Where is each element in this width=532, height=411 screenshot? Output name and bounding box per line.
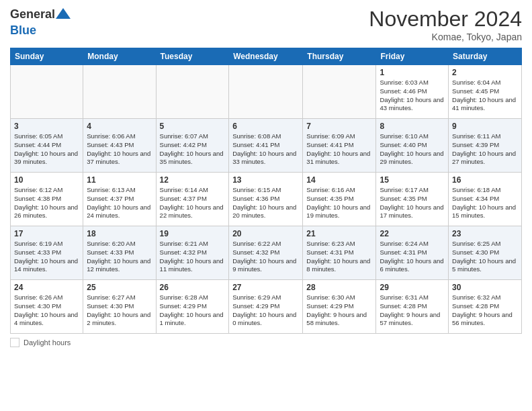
calendar-cell-1-6: 1Sunrise: 6:03 AM Sunset: 4:46 PM Daylig… xyxy=(376,65,449,119)
calendar-cell-4-4: 20Sunrise: 6:22 AM Sunset: 4:32 PM Dayli… xyxy=(229,226,303,280)
day-number: 26 xyxy=(160,283,226,292)
calendar-cell-1-4 xyxy=(229,65,303,119)
calendar-cell-5-2: 25Sunrise: 6:27 AM Sunset: 4:30 PM Dayli… xyxy=(83,280,156,334)
day-info: Sunrise: 6:05 AM Sunset: 4:44 PM Dayligh… xyxy=(14,132,79,167)
day-info: Sunrise: 6:27 AM Sunset: 4:30 PM Dayligh… xyxy=(87,293,152,328)
day-number: 7 xyxy=(306,122,372,131)
day-number: 22 xyxy=(380,229,445,238)
day-number: 18 xyxy=(87,229,152,238)
calendar-week-2: 3Sunrise: 6:05 AM Sunset: 4:44 PM Daylig… xyxy=(11,119,522,173)
logo-general-text: General xyxy=(10,7,55,21)
calendar-cell-2-2: 4Sunrise: 6:06 AM Sunset: 4:43 PM Daylig… xyxy=(83,119,156,173)
calendar-cell-1-5 xyxy=(303,65,376,119)
calendar-cell-2-5: 7Sunrise: 6:09 AM Sunset: 4:41 PM Daylig… xyxy=(303,119,376,173)
calendar-cell-5-1: 24Sunrise: 6:26 AM Sunset: 4:30 PM Dayli… xyxy=(11,280,83,334)
day-number: 29 xyxy=(380,283,445,292)
header-tuesday: Tuesday xyxy=(156,48,229,65)
day-number: 9 xyxy=(452,122,518,131)
day-info: Sunrise: 6:12 AM Sunset: 4:38 PM Dayligh… xyxy=(14,186,79,220)
header-sunday: Sunday xyxy=(11,48,83,65)
calendar-cell-4-2: 18Sunrise: 6:20 AM Sunset: 4:33 PM Dayli… xyxy=(83,226,156,280)
day-number: 23 xyxy=(452,229,518,238)
calendar-cell-2-7: 9Sunrise: 6:11 AM Sunset: 4:39 PM Daylig… xyxy=(449,119,522,173)
title-area: November 2024 Komae, Tokyo, Japan xyxy=(369,7,522,42)
logo: General Blue xyxy=(10,7,71,38)
day-number: 15 xyxy=(380,175,445,185)
calendar-cell-4-5: 21Sunrise: 6:23 AM Sunset: 4:31 PM Dayli… xyxy=(303,226,376,280)
day-number: 25 xyxy=(87,283,152,292)
header-row: Sunday Monday Tuesday Wednesday Thursday… xyxy=(11,48,522,65)
calendar-cell-1-2 xyxy=(83,65,156,119)
calendar-cell-4-6: 22Sunrise: 6:24 AM Sunset: 4:31 PM Dayli… xyxy=(376,226,449,280)
day-number: 19 xyxy=(160,229,226,238)
calendar-cell-2-4: 6Sunrise: 6:08 AM Sunset: 4:41 PM Daylig… xyxy=(229,119,303,173)
day-info: Sunrise: 6:21 AM Sunset: 4:32 PM Dayligh… xyxy=(160,240,226,274)
day-info: Sunrise: 6:29 AM Sunset: 4:29 PM Dayligh… xyxy=(232,293,299,328)
day-number: 4 xyxy=(87,122,152,131)
footer: Daylight hours xyxy=(10,338,522,347)
location-subtitle: Komae, Tokyo, Japan xyxy=(369,32,522,42)
calendar-table: Sunday Monday Tuesday Wednesday Thursday… xyxy=(10,48,522,334)
header-friday: Friday xyxy=(376,48,449,65)
day-info: Sunrise: 6:06 AM Sunset: 4:43 PM Dayligh… xyxy=(87,132,152,167)
calendar-cell-3-6: 15Sunrise: 6:17 AM Sunset: 4:35 PM Dayli… xyxy=(376,173,449,226)
day-info: Sunrise: 6:23 AM Sunset: 4:31 PM Dayligh… xyxy=(306,240,372,274)
day-number: 20 xyxy=(232,229,299,238)
calendar-cell-3-5: 14Sunrise: 6:16 AM Sunset: 4:35 PM Dayli… xyxy=(303,173,376,226)
calendar-cell-4-3: 19Sunrise: 6:21 AM Sunset: 4:32 PM Dayli… xyxy=(156,226,229,280)
day-info: Sunrise: 6:15 AM Sunset: 4:36 PM Dayligh… xyxy=(232,186,299,220)
day-number: 8 xyxy=(380,122,445,131)
header-monday: Monday xyxy=(83,48,156,65)
calendar-cell-3-2: 11Sunrise: 6:13 AM Sunset: 4:37 PM Dayli… xyxy=(83,173,156,226)
calendar-cell-1-3 xyxy=(156,65,229,119)
header-thursday: Thursday xyxy=(303,48,376,65)
calendar-cell-2-3: 5Sunrise: 6:07 AM Sunset: 4:42 PM Daylig… xyxy=(156,119,229,173)
month-title: November 2024 xyxy=(369,7,522,32)
day-info: Sunrise: 6:20 AM Sunset: 4:33 PM Dayligh… xyxy=(87,240,152,274)
svg-marker-0 xyxy=(56,8,71,19)
day-info: Sunrise: 6:14 AM Sunset: 4:37 PM Dayligh… xyxy=(160,186,226,220)
day-number: 3 xyxy=(14,122,79,131)
calendar-cell-5-3: 26Sunrise: 6:28 AM Sunset: 4:29 PM Dayli… xyxy=(156,280,229,334)
calendar-cell-2-1: 3Sunrise: 6:05 AM Sunset: 4:44 PM Daylig… xyxy=(11,119,83,173)
day-info: Sunrise: 6:09 AM Sunset: 4:41 PM Dayligh… xyxy=(306,132,372,167)
page: General Blue November 2024 Komae, Tokyo,… xyxy=(0,0,532,411)
day-number: 14 xyxy=(306,175,372,185)
day-info: Sunrise: 6:19 AM Sunset: 4:33 PM Dayligh… xyxy=(14,240,79,274)
day-number: 5 xyxy=(160,122,226,131)
day-info: Sunrise: 6:30 AM Sunset: 4:29 PM Dayligh… xyxy=(306,293,372,328)
logo-blue-text: Blue xyxy=(10,24,36,37)
calendar-cell-3-1: 10Sunrise: 6:12 AM Sunset: 4:38 PM Dayli… xyxy=(11,173,83,226)
day-info: Sunrise: 6:32 AM Sunset: 4:28 PM Dayligh… xyxy=(452,293,518,328)
day-info: Sunrise: 6:17 AM Sunset: 4:35 PM Dayligh… xyxy=(380,186,445,220)
header-saturday: Saturday xyxy=(449,48,522,65)
day-info: Sunrise: 6:10 AM Sunset: 4:40 PM Dayligh… xyxy=(380,132,445,167)
day-number: 10 xyxy=(14,175,79,185)
footer-box-icon xyxy=(10,338,19,347)
day-number: 1 xyxy=(380,68,445,77)
header: General Blue November 2024 Komae, Tokyo,… xyxy=(10,7,522,42)
calendar-week-3: 10Sunrise: 6:12 AM Sunset: 4:38 PM Dayli… xyxy=(11,173,522,226)
day-info: Sunrise: 6:08 AM Sunset: 4:41 PM Dayligh… xyxy=(232,132,299,167)
day-number: 27 xyxy=(232,283,299,292)
day-number: 12 xyxy=(160,175,226,185)
calendar-week-5: 24Sunrise: 6:26 AM Sunset: 4:30 PM Dayli… xyxy=(11,280,522,334)
day-info: Sunrise: 6:07 AM Sunset: 4:42 PM Dayligh… xyxy=(160,132,226,167)
day-info: Sunrise: 6:04 AM Sunset: 4:45 PM Dayligh… xyxy=(452,79,518,113)
logo-icon xyxy=(56,7,71,24)
calendar-cell-5-7: 30Sunrise: 6:32 AM Sunset: 4:28 PM Dayli… xyxy=(449,280,522,334)
day-number: 17 xyxy=(14,229,79,238)
day-info: Sunrise: 6:13 AM Sunset: 4:37 PM Dayligh… xyxy=(87,186,152,220)
calendar-cell-2-6: 8Sunrise: 6:10 AM Sunset: 4:40 PM Daylig… xyxy=(376,119,449,173)
day-number: 6 xyxy=(232,122,299,131)
day-number: 21 xyxy=(306,229,372,238)
calendar-cell-5-4: 27Sunrise: 6:29 AM Sunset: 4:29 PM Dayli… xyxy=(229,280,303,334)
calendar-cell-5-5: 28Sunrise: 6:30 AM Sunset: 4:29 PM Dayli… xyxy=(303,280,376,334)
day-info: Sunrise: 6:24 AM Sunset: 4:31 PM Dayligh… xyxy=(380,240,445,274)
calendar-cell-4-1: 17Sunrise: 6:19 AM Sunset: 4:33 PM Dayli… xyxy=(11,226,83,280)
day-number: 28 xyxy=(306,283,372,292)
calendar-week-1: 1Sunrise: 6:03 AM Sunset: 4:46 PM Daylig… xyxy=(11,65,522,119)
day-number: 11 xyxy=(87,175,152,185)
day-info: Sunrise: 6:11 AM Sunset: 4:39 PM Dayligh… xyxy=(452,132,518,167)
day-number: 2 xyxy=(452,68,518,77)
